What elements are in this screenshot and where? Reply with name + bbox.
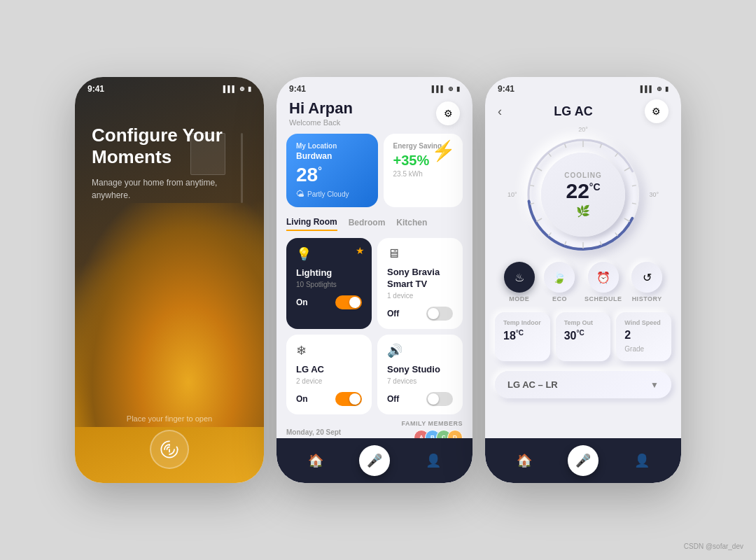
- bottom-nav-3: 🏠 🎤 👤: [485, 438, 681, 483]
- time-1: 9:41: [88, 84, 104, 94]
- mode-icon-eco: 🍃: [544, 262, 575, 293]
- greeting-area: Hi Arpan Welcome Back: [289, 99, 353, 127]
- subtext: Manage your home from anytime, anywhere.: [92, 176, 247, 202]
- bottom-nav-2: 🏠 🎤 👤: [276, 438, 472, 483]
- svg-line-19: [565, 144, 566, 148]
- mode-row: ♨ MODE 🍃 ECO ⏰ SCHEDULE ↺ HISTORY: [485, 262, 681, 302]
- weather-condition: 🌤 Partly Cloudy: [296, 189, 368, 199]
- nav-home-3[interactable]: 🏠: [517, 453, 532, 468]
- bolt-icon: ⚡: [431, 139, 456, 162]
- mode-label-history: HISTORY: [632, 295, 662, 302]
- phone-2: 9:41 ▌▌▌ ⊕ ▮ Hi Arpan Welcome Back ⚙ My …: [276, 77, 472, 483]
- ac-status: On: [296, 394, 308, 404]
- settings-button-3[interactable]: ⚙: [645, 99, 668, 123]
- tab-kitchen[interactable]: Kitchen: [396, 218, 427, 230]
- lighting-icon: 💡: [296, 246, 362, 262]
- dial-outer[interactable]: COOLING 22°C 🌿: [527, 139, 639, 251]
- status-icons-2: ▌▌▌ ⊕ ▮: [432, 85, 460, 92]
- stat-label-indoor: Temp Indoor: [503, 319, 542, 326]
- ac-toggle[interactable]: [335, 392, 362, 406]
- nav-profile-3[interactable]: 👤: [634, 453, 650, 468]
- nav-home-2[interactable]: 🏠: [308, 453, 323, 468]
- weather-city: Burdwan: [296, 151, 368, 161]
- phone1-content: Configure Your Moments Manage your home …: [75, 97, 264, 202]
- time-3: 9:41: [498, 84, 514, 94]
- mode-btn-history[interactable]: ↺ HISTORY: [631, 262, 662, 302]
- svg-line-15: [530, 203, 534, 204]
- greeting-sub: Welcome Back: [289, 118, 353, 127]
- ac-sub: 2 device: [296, 377, 362, 385]
- tv-status: Off: [387, 309, 399, 318]
- watermark: CSDN @sofar_dev: [684, 542, 743, 550]
- status-bar-2: 9:41 ▌▌▌ ⊕ ▮: [276, 77, 472, 97]
- svg-line-13: [549, 232, 552, 236]
- fingerprint-button[interactable]: [150, 430, 189, 469]
- stat-value-indoor: 18°C: [503, 329, 542, 342]
- weather-row: My Location Burdwan 28° 🌤 Partly Cloudy …: [276, 134, 472, 207]
- temp-label-20: 20°: [578, 126, 588, 133]
- mode-btn-schedule[interactable]: ⏰ SCHEDULE: [584, 262, 622, 302]
- mode-icon-history: ↺: [631, 262, 662, 293]
- device-card-lighting: 💡 ★ Lighting 10 Spotlights On: [286, 238, 372, 329]
- svg-line-3: [600, 144, 601, 148]
- tv-footer: Off: [387, 307, 453, 321]
- phone-3: 9:41 ▌▌▌ ⊕ ▮ ‹ LG AC ⚙ 20° 10° 30°: [485, 77, 681, 483]
- phone3-title: LG AC: [554, 104, 592, 119]
- lighting-sub: 10 Spotlights: [296, 281, 362, 288]
- family-label: FAMILY MEMBERS: [401, 420, 463, 427]
- dial-container: 20° 10° 30°: [527, 139, 639, 251]
- back-button[interactable]: ‹: [498, 104, 502, 119]
- studio-toggle[interactable]: [426, 392, 453, 406]
- tv-toggle[interactable]: [426, 307, 453, 321]
- svg-line-17: [536, 168, 542, 172]
- mode-btn-mode[interactable]: ♨ MODE: [504, 262, 535, 302]
- studio-icon: 🔊: [387, 343, 453, 358]
- stat-label-out: Temp Out: [564, 319, 603, 326]
- tv-sub: 1 device: [387, 292, 453, 300]
- svg-line-7: [632, 203, 636, 204]
- phone-1: 9:41 ▌▌▌ ⊕ ▮ Configure Your Moments Mana…: [75, 77, 264, 483]
- svg-line-5: [624, 168, 630, 172]
- studio-sub: 7 devices: [387, 377, 453, 385]
- tv-icon: 🖥: [387, 246, 453, 261]
- nav-profile-2[interactable]: 👤: [426, 453, 441, 468]
- mode-btn-eco[interactable]: 🍃 ECO: [544, 262, 575, 302]
- ac-icon: ❄: [296, 343, 362, 358]
- dial-arc-svg: [526, 137, 640, 252]
- toggle-knob-tv: [428, 308, 439, 319]
- stat-wind-speed: Wind Speed 2Grade: [616, 312, 671, 361]
- mic-button-2[interactable]: 🎤: [359, 445, 390, 476]
- svg-line-16: [530, 186, 534, 186]
- device-card-tv: 🖥 Sony Bravia Smart TV 1 device Off: [377, 238, 463, 329]
- lighting-status: On: [296, 298, 308, 307]
- mode-icon-mode: ♨: [504, 262, 535, 293]
- weather-card: My Location Burdwan 28° 🌤 Partly Cloudy: [286, 134, 378, 207]
- time-2: 9:41: [289, 84, 306, 94]
- dropdown-button[interactable]: LG AC – LR ▼: [495, 371, 671, 398]
- toggle-knob-studio: [428, 393, 439, 405]
- mic-button-3[interactable]: 🎤: [568, 445, 598, 476]
- chair-image: [75, 203, 264, 427]
- status-icons-3: ▌▌▌ ⊕ ▮: [640, 85, 668, 92]
- fingerprint-hint: Place your finger to open: [75, 414, 264, 423]
- stat-temp-out: Temp Out 30°C: [556, 312, 611, 361]
- weather-location-label: My Location: [296, 142, 368, 150]
- status-icons-1: ▌▌▌ ⊕ ▮: [223, 85, 251, 92]
- lighting-toggle[interactable]: [335, 295, 362, 309]
- tab-bedroom[interactable]: Bedroom: [349, 218, 386, 230]
- energy-kwh: 23.5 kWh: [393, 170, 453, 178]
- svg-line-4: [615, 153, 618, 157]
- stat-value-out: 30°C: [564, 329, 603, 342]
- tab-living-room[interactable]: Living Room: [286, 217, 337, 231]
- star-badge: ★: [356, 245, 365, 256]
- device-grid: 💡 ★ Lighting 10 Spotlights On 🖥 Sony Bra…: [276, 238, 472, 414]
- settings-button[interactable]: ⚙: [436, 102, 460, 125]
- toggle-knob-ac: [349, 393, 360, 405]
- toggle-knob: [349, 297, 360, 308]
- energy-card: Energy Saving +35% 23.5 kWh ⚡: [384, 134, 463, 207]
- stat-temp-indoor: Temp Indoor 18°C: [495, 312, 550, 361]
- svg-line-18: [549, 153, 552, 157]
- phone2-header: Hi Arpan Welcome Back ⚙: [276, 97, 472, 134]
- room-tabs: Living Room Bedroom Kitchen: [276, 217, 472, 231]
- ac-name: LG AC: [296, 364, 362, 376]
